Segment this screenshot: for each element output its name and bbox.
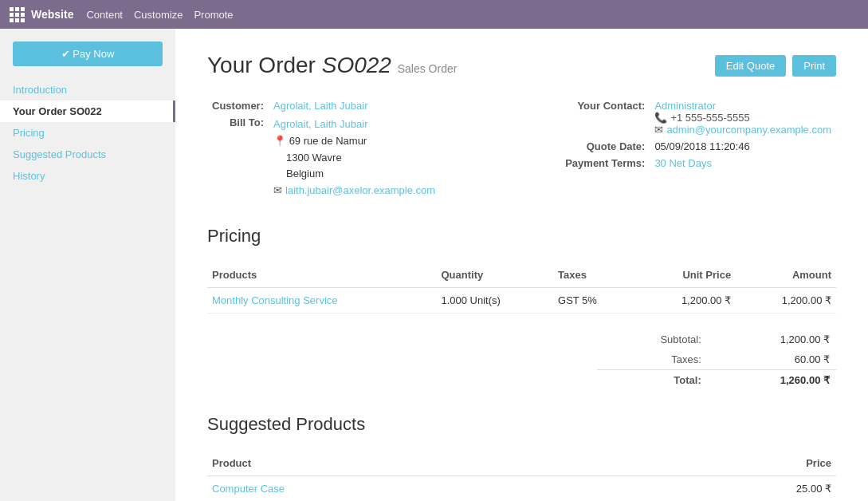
col-unit-price: Unit Price: [635, 262, 736, 288]
payment-terms-value[interactable]: 30 Net Days: [654, 157, 712, 169]
order-type-badge: Sales Order: [398, 62, 458, 75]
product-amount: 1,200.00 ₹: [736, 287, 836, 313]
sidebar-item-introduction[interactable]: Introduction: [0, 79, 175, 101]
taxes-value: 60.00 ₹: [708, 349, 836, 370]
pricing-section-title: Pricing: [207, 226, 836, 251]
col-taxes: Taxes: [553, 262, 635, 288]
payment-terms-label: Payment Terms:: [560, 155, 650, 172]
main-content: Your Order SO022 Sales Order Edit Quote …: [175, 29, 868, 501]
contact-label: Your Contact:: [560, 97, 650, 138]
pay-now-button[interactable]: ✔ Pay Now: [13, 41, 163, 66]
sidebar-item-pricing[interactable]: Pricing: [0, 122, 175, 144]
customer-label: Customer:: [207, 97, 269, 114]
customer-name[interactable]: Agrolait, Laith Jubair: [273, 100, 368, 112]
contact-name[interactable]: Administrator: [654, 100, 716, 112]
customer-info: Customer: Agrolait, Laith Jubair Bill To…: [207, 97, 440, 202]
order-info-section: Customer: Agrolait, Laith Jubair Bill To…: [207, 97, 836, 202]
suggested-products-table: Product Price Computer Case 25.00 ₹: [207, 451, 836, 501]
col-quantity: Quantity: [436, 262, 553, 288]
address-pin-icon: 📍: [273, 135, 286, 147]
col-amount: Amount: [736, 262, 836, 288]
topnav-items: Content Customize Promote: [86, 9, 233, 21]
totals-table: Subtotal: 1,200.00 ₹ Taxes: 60.00 ₹ Tota…: [597, 329, 836, 390]
contact-email-row: ✉ admin@yourcompany.example.com: [654, 124, 831, 136]
suggested-col-price: Price: [615, 451, 836, 476]
topnav-customize[interactable]: Customize: [134, 9, 183, 21]
grid-icon: [10, 7, 25, 22]
bill-to-name[interactable]: Agrolait, Laith Jubair: [273, 118, 368, 130]
address-line3: Belgium: [286, 168, 324, 179]
total-label: Total:: [597, 369, 708, 390]
contact-info: Your Contact: Administrator 📞 +1 555-555…: [560, 97, 836, 202]
address-line1: 69 rue de Namur: [289, 135, 367, 147]
taxes-label: Taxes:: [597, 349, 708, 370]
top-navbar: Website Content Customize Promote: [0, 0, 868, 29]
total-value: 1,260.00 ₹: [708, 369, 836, 390]
sidebar-item-history[interactable]: History: [0, 165, 175, 187]
col-products: Products: [207, 262, 436, 288]
topnav-promote[interactable]: Promote: [194, 9, 233, 21]
topnav-content[interactable]: Content: [86, 9, 123, 21]
product-unit-price: 1,200.00 ₹: [635, 287, 736, 313]
page-title-buttons: Edit Quote Print: [715, 55, 836, 77]
address-line2: 1300 Wavre: [286, 152, 342, 164]
sidebar-item-your-order[interactable]: Your Order SO022: [0, 101, 175, 122]
app-name: Website: [31, 8, 73, 21]
email-icon: ✉: [273, 183, 282, 199]
product-taxes: GST 5%: [553, 287, 635, 313]
order-number: SO022: [322, 53, 391, 77]
bill-to-label: Bill To:: [207, 114, 269, 202]
suggested-products-section-title: Suggested Products: [207, 414, 836, 440]
suggested-product-price: 25.00 ₹: [615, 475, 836, 501]
pricing-table: Products Quantity Taxes Unit Price Amoun…: [207, 262, 836, 314]
subtotal-label: Subtotal:: [597, 329, 708, 349]
contact-details: Administrator 📞 +1 555-555-5555 ✉ admin@…: [654, 100, 831, 136]
contact-email-icon: ✉: [654, 124, 663, 136]
pricing-row: Monthly Consulting Service 1.000 Unit(s)…: [207, 287, 836, 313]
suggested-row: Computer Case 25.00 ₹: [207, 475, 836, 501]
customer-email-row: ✉ laith.jubair@axelor.example.com: [273, 183, 435, 199]
sidebar-nav: Introduction Your Order SO022 Pricing Su…: [0, 79, 175, 187]
totals-section: Subtotal: 1,200.00 ₹ Taxes: 60.00 ₹ Tota…: [207, 329, 836, 390]
quote-date-value: 05/09/2018 11:20:46: [654, 140, 749, 152]
product-quantity: 1.000 Unit(s): [436, 287, 553, 313]
print-button[interactable]: Print: [792, 55, 836, 77]
phone-icon: 📞: [654, 112, 667, 124]
page-title-left: Your Order SO022 Sales Order: [207, 53, 457, 78]
suggested-product-name[interactable]: Computer Case: [212, 483, 285, 495]
quote-date-label: Quote Date:: [560, 138, 650, 155]
contact-phone: +1 555-555-5555: [670, 112, 749, 124]
bill-to-address: Agrolait, Laith Jubair 📍 69 rue de Namur…: [273, 116, 435, 199]
page-heading: Your Order SO022 Sales Order: [207, 53, 457, 78]
sidebar-item-suggested-products[interactable]: Suggested Products: [0, 144, 175, 165]
edit-quote-button[interactable]: Edit Quote: [715, 55, 786, 77]
contact-phone-row: 📞 +1 555-555-5555: [654, 112, 831, 124]
app-logo[interactable]: Website: [10, 7, 73, 22]
suggested-col-product: Product: [207, 451, 615, 476]
subtotal-value: 1,200.00 ₹: [708, 329, 836, 349]
product-name[interactable]: Monthly Consulting Service: [212, 294, 338, 306]
sidebar: ✔ Pay Now Introduction Your Order SO022 …: [0, 29, 175, 501]
title-prefix: Your Order: [207, 53, 322, 77]
contact-email[interactable]: admin@yourcompany.example.com: [666, 124, 831, 136]
page-title-row: Your Order SO022 Sales Order Edit Quote …: [207, 53, 836, 78]
customer-email[interactable]: laith.jubair@axelor.example.com: [285, 183, 435, 199]
